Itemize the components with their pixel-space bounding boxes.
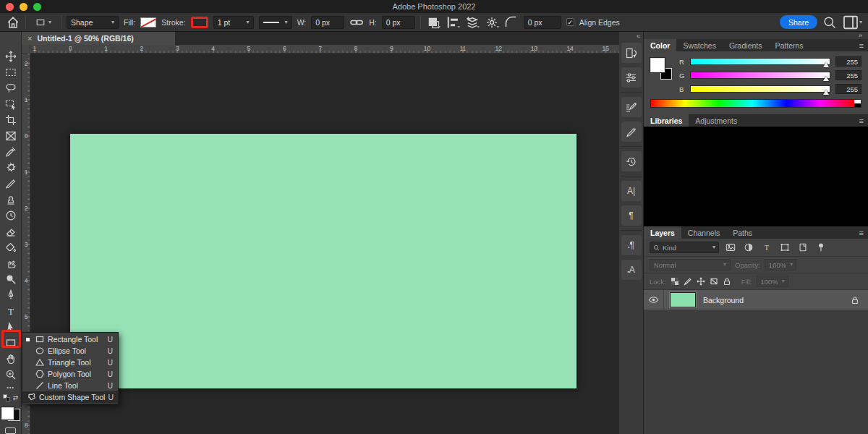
filter-type-layers-icon[interactable]: T [760, 242, 773, 252]
move-tool[interactable] [3, 51, 19, 62]
frame-tool[interactable] [3, 130, 19, 142]
fill-swatch[interactable] [140, 17, 156, 27]
screen-mode-icon[interactable] [5, 427, 16, 434]
zoom-tool[interactable] [3, 369, 19, 380]
red-channel-slider[interactable] [690, 58, 830, 65]
fill-select[interactable]: 100% ▾ [757, 276, 788, 287]
color-spectrum-ramp[interactable] [650, 99, 861, 108]
brush-tool[interactable] [3, 178, 19, 190]
ruler-origin-corner[interactable] [22, 45, 30, 54]
green-channel-value[interactable]: 255 [835, 70, 861, 80]
home-icon[interactable] [6, 15, 20, 30]
lock-image-icon[interactable] [684, 277, 692, 286]
blue-channel-slider[interactable] [690, 85, 830, 93]
expand-panels-icon[interactable]: » [644, 32, 868, 39]
tab-swatches[interactable]: Swatches [676, 39, 723, 51]
blend-mode-select[interactable]: Normal ▾ [650, 259, 731, 271]
slider-thumb[interactable] [823, 76, 829, 81]
tab-gradients[interactable]: Gradients [723, 39, 769, 51]
filter-shape-layers-icon[interactable] [778, 242, 791, 252]
layer-name[interactable]: Background [703, 296, 744, 305]
spectrum-gradient[interactable] [651, 100, 854, 107]
lasso-tool[interactable] [3, 82, 19, 94]
menu-item-ellipse-tool[interactable]: Ellipse Tool U [22, 345, 118, 357]
tab-adjustments[interactable]: Adjustments [689, 114, 744, 127]
white-black-ramp[interactable] [854, 100, 861, 107]
slider-thumb[interactable] [823, 90, 829, 95]
foreground-color-swatch[interactable] [650, 58, 665, 72]
pen-tool[interactable] [3, 289, 19, 301]
lock-position-icon[interactable] [697, 277, 705, 286]
paragraph-panel-icon[interactable]: ¶ [621, 205, 642, 226]
filter-adjustment-layers-icon[interactable] [741, 242, 755, 252]
panel-menu-icon[interactable]: ≡ [859, 226, 868, 239]
path-alignment-icon[interactable]: ▾ [446, 15, 460, 30]
path-operations-icon[interactable]: ▾ [426, 15, 441, 30]
glyphs-panel-icon[interactable]: ▪¶ [621, 235, 642, 255]
hand-tool[interactable] [3, 353, 19, 365]
eraser-tool[interactable] [3, 226, 19, 237]
path-arrangement-icon[interactable]: ▾ [465, 15, 480, 30]
blue-channel-value[interactable]: 255 [835, 84, 861, 94]
smudge-tool[interactable] [3, 258, 19, 269]
brushes-panel-icon[interactable] [621, 122, 642, 142]
history-panel-icon[interactable] [621, 151, 642, 171]
menu-item-custom-shape-tool[interactable]: Custom Shape Tool U [22, 391, 118, 403]
foreground-color-swatch[interactable] [1, 407, 14, 420]
slider-thumb[interactable] [823, 62, 829, 67]
tab-color[interactable]: Color [644, 39, 676, 51]
history-brush-tool[interactable] [3, 210, 19, 221]
search-icon[interactable] [822, 15, 837, 30]
lock-artboard-icon[interactable] [710, 277, 718, 286]
eyedropper-tool[interactable] [3, 146, 19, 158]
rectangular-marquee-tool[interactable] [3, 67, 19, 78]
panel-menu-icon[interactable]: ≡ [859, 39, 868, 51]
layer-row-background[interactable]: Background [644, 290, 868, 310]
filter-smart-objects-icon[interactable] [796, 242, 809, 252]
menu-item-triangle-tool[interactable]: Triangle Tool U [22, 357, 118, 368]
align-edges-checkbox[interactable]: ✓ [566, 18, 574, 26]
layer-filter-select[interactable]: Kind ▾ [650, 242, 719, 253]
tab-layers[interactable]: Layers [644, 226, 681, 239]
tab-patterns[interactable]: Patterns [768, 39, 809, 51]
character-panel-icon[interactable]: A| [621, 181, 642, 201]
filter-pixel-layers-icon[interactable] [723, 242, 737, 252]
layer-thumbnail[interactable] [670, 292, 696, 307]
healing-brush-tool[interactable] [3, 162, 19, 174]
brush-settings-panel-icon[interactable] [621, 97, 642, 117]
character-styles-panel-icon[interactable]: ▪A [621, 260, 642, 280]
close-tab-icon[interactable]: × [27, 34, 32, 43]
foreground-background-swatches[interactable] [650, 58, 672, 80]
stroke-type-select[interactable]: ▾ [259, 16, 292, 29]
tab-channels[interactable]: Channels [681, 226, 726, 239]
dodge-tool[interactable] [3, 273, 19, 285]
tool-mode-select[interactable]: Shape ▾ [67, 16, 119, 29]
workspace-switcher-icon[interactable]: ▾ [842, 15, 862, 30]
document-tab[interactable]: × Untitled-1 @ 50% (RGB/16) [22, 32, 175, 45]
height-input[interactable]: 0 px [382, 16, 415, 29]
object-selection-tool[interactable] [3, 98, 19, 110]
layer-visibility-eye-icon[interactable] [644, 290, 664, 310]
panel-menu-icon[interactable]: ≡ [859, 114, 868, 127]
type-tool[interactable]: T [3, 305, 19, 317]
width-input[interactable]: 0 px [311, 16, 344, 29]
share-button[interactable]: Share [780, 15, 817, 29]
paint-bucket-tool[interactable] [3, 242, 19, 253]
link-dimensions-icon[interactable] [349, 15, 364, 30]
crop-tool[interactable] [3, 114, 19, 126]
opacity-select[interactable]: 100% ▾ [765, 259, 796, 271]
properties-panel-icon[interactable] [621, 67, 642, 88]
edit-toolbar-ellipsis-icon[interactable]: ••• [3, 385, 19, 390]
menu-item-line-tool[interactable]: Line Tool U [22, 380, 118, 391]
filter-toggle-icon[interactable] [814, 242, 827, 252]
collapse-panels-icon[interactable]: « [619, 32, 643, 41]
version-history-panel-icon[interactable] [621, 43, 642, 63]
shape-settings-gear-icon[interactable]: ▾ [485, 15, 499, 30]
horizontal-ruler[interactable]: 10123456789101112131415 [30, 45, 619, 54]
menu-item-rectangle-tool[interactable]: Rectangle Tool U [22, 333, 118, 345]
foreground-background-swatches[interactable] [1, 407, 20, 421]
lock-all-icon[interactable] [723, 277, 731, 286]
lock-transparency-icon[interactable] [671, 277, 679, 286]
red-channel-value[interactable]: 255 [835, 56, 861, 67]
corner-radius-input[interactable]: 0 px [524, 16, 561, 29]
